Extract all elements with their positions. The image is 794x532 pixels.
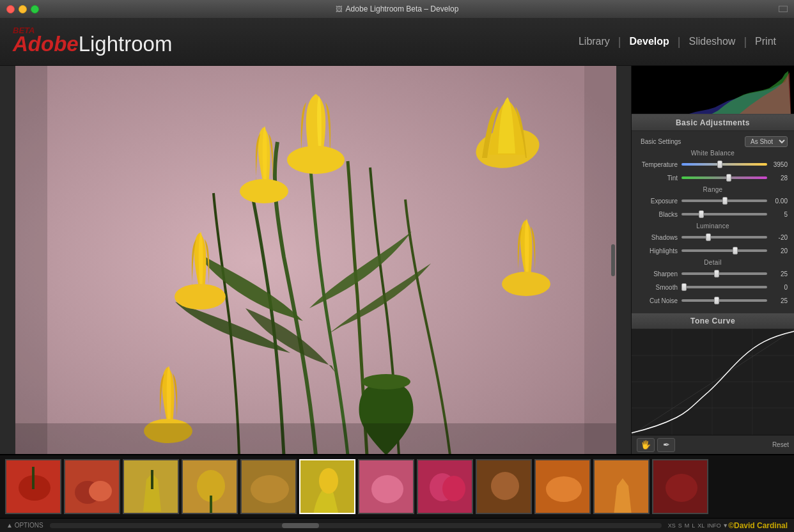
cut-noise-row: Cut Noise 25 <box>638 295 788 306</box>
svg-rect-31 <box>210 496 212 514</box>
logo-area: BETA AdobeLightroom <box>13 27 172 56</box>
window-resize-btn[interactable] <box>779 6 788 12</box>
shadows-row: Shadows -20 <box>638 231 788 243</box>
window-title: Adobe Lightroom Beta – Develop <box>346 4 459 13</box>
white-balance-header: White Balance <box>638 150 788 157</box>
nav-sep-3: | <box>743 35 747 49</box>
temperature-label: Temperature <box>638 161 681 168</box>
eyedropper-tool-button[interactable]: ✒ <box>657 438 675 452</box>
content-row: Basic Adjustments Basic Settings As Shot… <box>0 66 794 454</box>
size-l[interactable]: L <box>692 522 695 529</box>
nav-print[interactable]: Print <box>750 33 781 50</box>
basic-settings-label: Basic Settings <box>638 138 681 145</box>
thumb-7[interactable] <box>358 459 414 514</box>
titlebar: 🖼 Adobe Lightroom Beta – Develop <box>0 0 794 18</box>
exposure-row: Exposure 0.00 <box>638 195 788 207</box>
thumb-2[interactable] <box>64 459 120 514</box>
hand-tool-button[interactable]: 🖐 <box>637 438 655 452</box>
svg-point-35 <box>319 468 338 494</box>
thumb-8[interactable] <box>417 459 473 514</box>
thumb-3[interactable] <box>123 459 179 514</box>
shadows-slider[interactable] <box>681 235 767 240</box>
thumb-9[interactable] <box>476 459 532 514</box>
histogram <box>632 66 794 115</box>
bottombar: ▲ OPTIONS XS S M L XL INFO ▼ ©David Card… <box>0 518 794 532</box>
thumb-10[interactable] <box>534 459 591 514</box>
svg-point-40 <box>442 476 465 501</box>
title-area: 🖼 Adobe Lightroom Beta – Develop <box>336 4 459 13</box>
photo-area <box>0 66 631 454</box>
sharpen-value: 25 <box>767 270 788 278</box>
as-shot-dropdown[interactable]: As Shot Auto Daylight <box>745 136 788 147</box>
svg-point-44 <box>546 476 582 502</box>
blacks-slider[interactable] <box>681 212 767 217</box>
maximize-button[interactable] <box>31 5 39 13</box>
thumb-11[interactable] <box>593 459 650 514</box>
tone-curve-header: Tone Curve <box>632 313 794 329</box>
thumb-4[interactable] <box>182 459 238 514</box>
size-s[interactable]: S <box>678 522 682 529</box>
logo-adobe: Adobe <box>13 32 79 56</box>
nav-library[interactable]: Library <box>573 33 615 50</box>
temperature-slider[interactable] <box>681 162 767 167</box>
close-button[interactable] <box>6 5 15 13</box>
photo-image <box>15 66 616 454</box>
svg-rect-28 <box>151 470 153 489</box>
cut-noise-slider[interactable] <box>681 298 767 303</box>
tint-label: Tint <box>638 175 681 182</box>
temperature-row: Temperature 3950 <box>638 159 788 170</box>
svg-point-26 <box>89 481 112 501</box>
svg-point-6 <box>240 179 288 203</box>
size-xs[interactable]: XS <box>668 522 676 529</box>
thumb-6-active[interactable] <box>299 459 355 514</box>
svg-point-42 <box>491 472 519 500</box>
timeline-bar <box>50 523 662 528</box>
nav-slideshow[interactable]: Slideshow <box>683 33 740 50</box>
cut-noise-label: Cut Noise <box>638 297 681 304</box>
app: 🖼 Adobe Lightroom Beta – Develop BETA Ad… <box>0 0 794 532</box>
svg-point-8 <box>362 374 410 389</box>
smooth-slider[interactable] <box>681 285 767 290</box>
histogram-svg <box>632 66 794 115</box>
nav-area: Library | Develop | Slideshow | Print <box>573 33 781 50</box>
tint-slider[interactable] <box>681 175 767 180</box>
smooth-value: 0 <box>767 284 788 291</box>
logo-lightroom: Lightroom <box>79 32 173 56</box>
header: BETA AdobeLightroom Library | Develop | … <box>0 18 794 66</box>
highlights-label: Highlights <box>638 247 681 254</box>
hand-icon: 🖐 <box>641 440 651 450</box>
size-xl[interactable]: XL <box>697 522 704 529</box>
svg-rect-11 <box>15 423 616 455</box>
timeline-thumb[interactable] <box>282 523 318 528</box>
nav-develop[interactable]: Develop <box>625 33 674 50</box>
sharpen-label: Sharpen <box>638 270 681 278</box>
size-m[interactable]: M <box>685 522 690 529</box>
tint-value: 28 <box>767 175 788 182</box>
size-buttons: XS S M L XL INFO ▼ <box>668 522 728 529</box>
highlights-slider[interactable] <box>681 248 767 253</box>
photo-scrollbar[interactable] <box>611 244 615 276</box>
thumb-1[interactable] <box>5 459 61 514</box>
size-info[interactable]: INFO ▼ <box>707 522 728 529</box>
tone-curve-area[interactable] <box>632 329 794 435</box>
minimize-button[interactable] <box>19 5 27 13</box>
smooth-label: Smooth <box>638 284 681 291</box>
tone-curve-svg <box>632 329 794 435</box>
svg-point-37 <box>371 475 403 503</box>
bottom-tools: 🖐 ✒ Reset <box>632 435 794 454</box>
eyedropper-icon: ✒ <box>663 440 670 450</box>
thumb-12[interactable] <box>652 459 708 514</box>
sharpen-slider[interactable] <box>681 271 767 276</box>
exposure-slider[interactable] <box>681 198 767 203</box>
range-header: Range <box>638 186 788 193</box>
thumb-5[interactable] <box>240 459 297 514</box>
tool-icons: 🖐 ✒ <box>637 438 675 452</box>
tint-row: Tint 28 <box>638 172 788 184</box>
svg-point-3 <box>287 146 345 174</box>
temperature-value: 3950 <box>767 161 788 168</box>
svg-rect-23 <box>32 467 35 489</box>
reset-button[interactable]: Reset <box>772 441 789 448</box>
basic-adjustments-body: Basic Settings As Shot Auto Daylight Whi… <box>632 131 794 313</box>
highlights-value: 20 <box>767 247 788 254</box>
options-button[interactable]: ▲ OPTIONS <box>6 522 43 529</box>
